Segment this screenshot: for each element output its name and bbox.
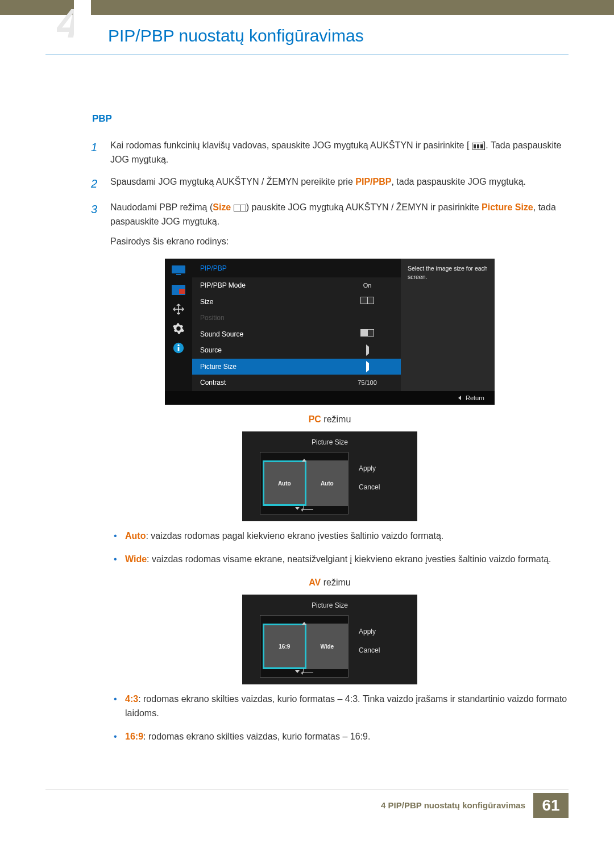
dialog-title: Picture Size: [242, 600, 417, 611]
osd-row-contrast[interactable]: Contrast 75/100: [192, 375, 401, 391]
top-khaki-bar: [0, 0, 614, 15]
text: , tada paspauskite JOG mygtuką.: [391, 177, 526, 186]
row-label: PIP/PBP Mode: [200, 280, 342, 291]
gear-icon[interactable]: [169, 320, 188, 337]
page-number: 61: [533, 793, 569, 818]
svg-rect-3: [179, 289, 185, 294]
caption: Pasirodys šis ekrano rodinys:: [110, 235, 569, 249]
page-content: PBP 1 Kai rodomas funkcinių klavišų vado…: [0, 55, 614, 765]
pbp-split-icon: [234, 205, 246, 211]
arrow-up-icon: [302, 622, 306, 625]
step-body: Spausdami JOG mygtuką AUKŠTYN / ŽEMYN pe…: [110, 175, 569, 193]
av-mode-bullets: 4:3: rodomas ekrano skilties vaizdas, ku…: [114, 692, 569, 744]
apply-button[interactable]: Apply: [359, 463, 400, 474]
osd-row-size[interactable]: Size: [192, 294, 401, 310]
pbp-right-pane[interactable]: Wide: [306, 624, 348, 669]
cancel-button[interactable]: Cancel: [359, 482, 400, 493]
pbp-preview: Auto Auto: [260, 452, 349, 514]
list-item: 4:3: rodomas ekrano skilties vaizdas, ku…: [114, 692, 569, 721]
highlight: Wide: [125, 554, 147, 564]
enter-icon: [303, 668, 313, 673]
osd-side-icons: [165, 259, 192, 391]
osd-row-position: Position: [192, 310, 401, 326]
pbp-split-icon: [360, 297, 374, 304]
pbp-left-pane[interactable]: Auto: [263, 460, 306, 506]
step-body: Naudodami PBP režimą (Size ) pauskite JO…: [110, 201, 569, 248]
pc-mode-bullets: Auto: vaizdas rodomas pagal kiekvieno ek…: [114, 529, 569, 567]
step-body: Kai rodomas funkcinių klavišų vadovas, s…: [110, 139, 569, 167]
text: : rodomas ekrano skilties vaizdas, kurio…: [143, 732, 370, 741]
text: Spausdami JOG mygtuką AUKŠTYN / ŽEMYN pe…: [110, 177, 355, 186]
menu-grid-icon: [472, 143, 483, 149]
row-label: Size: [200, 297, 342, 308]
step-number: 3: [91, 201, 110, 248]
highlight: Picture Size: [482, 202, 533, 212]
text: ) pauskite JOG mygtuką AUKŠTYN / ŽEMYN i…: [246, 202, 482, 212]
arrow-up-icon: [302, 459, 306, 462]
step-number: 2: [91, 175, 110, 193]
arrow-right-icon: [366, 361, 369, 372]
text: : rodomas ekrano skilties vaizdas, kurio…: [125, 694, 567, 718]
footer-chapter: 4 PIP/PBP nuostatų konfigūravimas: [381, 800, 525, 810]
row-label: Sound Source: [200, 329, 342, 340]
text: režimu: [321, 578, 350, 587]
step-number: 1: [91, 139, 110, 167]
row-value: [342, 297, 393, 307]
highlight: 4:3: [125, 694, 138, 704]
highlight: Auto: [125, 531, 146, 541]
step-3: 3 Naudodami PBP režimą (Size ) pauskite …: [91, 201, 569, 248]
highlight: PC: [309, 414, 321, 424]
picture-icon[interactable]: [169, 281, 188, 298]
svg-point-6: [177, 344, 179, 346]
osd-row-picture-size[interactable]: Picture Size: [192, 359, 401, 375]
text: : vaizdas rodomas pagal kiekvieno ekrano…: [146, 531, 443, 541]
highlight: 16:9: [125, 732, 143, 741]
row-label: Source: [200, 345, 342, 356]
arrow-right-icon: [366, 344, 369, 356]
highlight: Size: [213, 202, 231, 212]
row-value: [342, 362, 393, 372]
row-value: [342, 346, 393, 355]
pbp-left-pane[interactable]: 16:9: [263, 624, 306, 669]
pbp-preview: 16:9 Wide: [260, 615, 349, 678]
dialog-title: Picture Size: [242, 437, 417, 448]
apply-button[interactable]: Apply: [359, 626, 400, 637]
arrow-down-icon: [295, 670, 300, 673]
svg-rect-0: [172, 265, 185, 273]
row-value: On: [342, 281, 393, 290]
osd-row-source[interactable]: Source: [192, 342, 401, 359]
highlight: PIP/PBP: [355, 177, 391, 186]
step-1: 1 Kai rodomas funkcinių klavišų vadovas,…: [91, 139, 569, 167]
page-header: 4 PIP/PBP nuostatų konfigūravimas: [0, 15, 614, 55]
av-mode-dialog: Picture Size 16:9 Wide Apply Cancel: [242, 595, 417, 685]
osd-title: PIP/PBP: [192, 259, 401, 277]
move-icon[interactable]: [169, 301, 188, 318]
osd-tip-panel: Select the image size for each screen.: [401, 259, 495, 391]
info-icon[interactable]: [169, 339, 188, 356]
monitor-icon[interactable]: [169, 262, 188, 279]
cancel-button[interactable]: Cancel: [359, 645, 400, 656]
list-item: 16:9: rodomas ekrano skilties vaizdas, k…: [114, 730, 569, 744]
enter-icon: [303, 505, 313, 510]
svg-rect-5: [178, 347, 180, 351]
text: : vaizdas rodomas visame ekrane, neatsiž…: [147, 554, 551, 564]
osd-footer: Return: [165, 391, 495, 405]
chapter-number-bg: 4: [57, 0, 91, 40]
osd-row-mode[interactable]: PIP/PBP Mode On: [192, 277, 401, 294]
text: režimu: [321, 414, 351, 424]
text: Kai rodomas funkcinių klavišų vadovas, s…: [110, 140, 469, 150]
list-item: Wide: vaizdas rodomas visame ekrane, nea…: [114, 553, 569, 567]
pc-mode-label: PC režimu: [91, 413, 569, 427]
row-label: Position: [200, 313, 342, 323]
row-label: Contrast: [200, 377, 342, 388]
pbp-right-pane[interactable]: Auto: [306, 460, 348, 506]
sound-source-icon: [360, 329, 374, 337]
osd-menu: PIP/PBP PIP/PBP Mode On Size Position: [165, 259, 495, 405]
return-label[interactable]: Return: [466, 393, 484, 403]
list-item: Auto: vaizdas rodomas pagal kiekvieno ek…: [114, 529, 569, 543]
osd-row-sound[interactable]: Sound Source: [192, 326, 401, 343]
page-footer: 4 PIP/PBP nuostatų konfigūravimas 61: [0, 793, 614, 818]
arrow-left-icon: [458, 396, 461, 400]
highlight: AV: [309, 578, 321, 587]
header-underline: [45, 54, 569, 55]
